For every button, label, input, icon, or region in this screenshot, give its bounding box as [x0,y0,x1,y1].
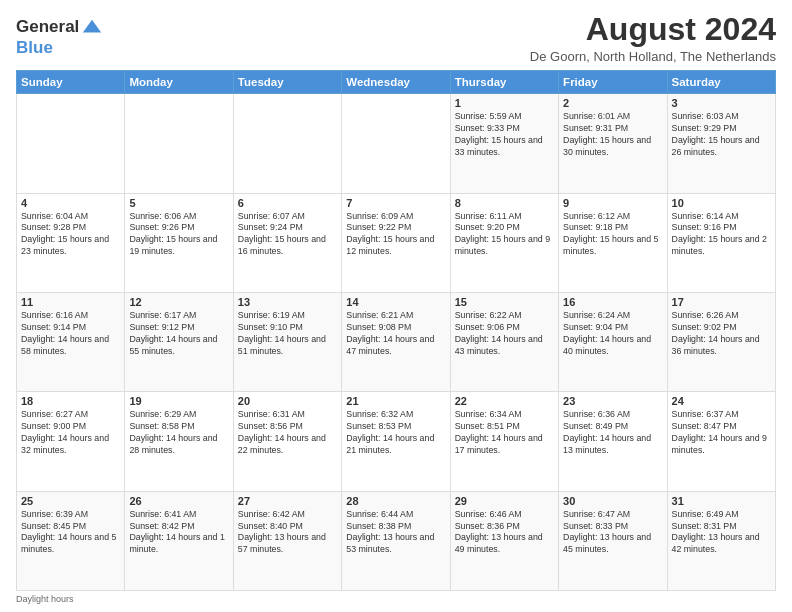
logo-general-text: General [16,17,79,37]
day-info: Sunrise: 6:24 AM Sunset: 9:04 PM Dayligh… [563,310,662,358]
col-sunday: Sunday [17,71,125,94]
footer-note-text: Daylight hours [16,594,74,604]
logo-icon [81,16,103,38]
title-block: August 2024 De Goorn, North Holland, The… [530,12,776,64]
day-info: Sunrise: 6:14 AM Sunset: 9:16 PM Dayligh… [672,211,771,259]
calendar-week-row: 11Sunrise: 6:16 AM Sunset: 9:14 PM Dayli… [17,292,776,391]
day-info: Sunrise: 6:41 AM Sunset: 8:42 PM Dayligh… [129,509,228,557]
calendar-table: Sunday Monday Tuesday Wednesday Thursday… [16,70,776,591]
table-row: 12Sunrise: 6:17 AM Sunset: 9:12 PM Dayli… [125,292,233,391]
footer-note: Daylight hours [16,594,776,604]
table-row: 23Sunrise: 6:36 AM Sunset: 8:49 PM Dayli… [559,392,667,491]
day-info: Sunrise: 6:03 AM Sunset: 9:29 PM Dayligh… [672,111,771,159]
day-number: 25 [21,495,120,507]
day-number: 15 [455,296,554,308]
day-info: Sunrise: 6:16 AM Sunset: 9:14 PM Dayligh… [21,310,120,358]
day-info: Sunrise: 6:42 AM Sunset: 8:40 PM Dayligh… [238,509,337,557]
logo-blue-text: Blue [16,38,53,57]
day-info: Sunrise: 6:31 AM Sunset: 8:56 PM Dayligh… [238,409,337,457]
day-number: 16 [563,296,662,308]
day-info: Sunrise: 6:32 AM Sunset: 8:53 PM Dayligh… [346,409,445,457]
calendar-week-row: 1Sunrise: 5:59 AM Sunset: 9:33 PM Daylig… [17,94,776,193]
day-info: Sunrise: 6:44 AM Sunset: 8:38 PM Dayligh… [346,509,445,557]
day-number: 14 [346,296,445,308]
day-number: 23 [563,395,662,407]
table-row [125,94,233,193]
table-row [17,94,125,193]
table-row: 1Sunrise: 5:59 AM Sunset: 9:33 PM Daylig… [450,94,558,193]
table-row [342,94,450,193]
col-monday: Monday [125,71,233,94]
table-row: 10Sunrise: 6:14 AM Sunset: 9:16 PM Dayli… [667,193,775,292]
day-info: Sunrise: 6:09 AM Sunset: 9:22 PM Dayligh… [346,211,445,259]
day-info: Sunrise: 6:39 AM Sunset: 8:45 PM Dayligh… [21,509,120,557]
col-thursday: Thursday [450,71,558,94]
day-info: Sunrise: 6:01 AM Sunset: 9:31 PM Dayligh… [563,111,662,159]
day-info: Sunrise: 6:19 AM Sunset: 9:10 PM Dayligh… [238,310,337,358]
table-row [233,94,341,193]
table-row: 16Sunrise: 6:24 AM Sunset: 9:04 PM Dayli… [559,292,667,391]
table-row: 6Sunrise: 6:07 AM Sunset: 9:24 PM Daylig… [233,193,341,292]
day-info: Sunrise: 6:21 AM Sunset: 9:08 PM Dayligh… [346,310,445,358]
table-row: 8Sunrise: 6:11 AM Sunset: 9:20 PM Daylig… [450,193,558,292]
day-info: Sunrise: 6:47 AM Sunset: 8:33 PM Dayligh… [563,509,662,557]
day-number: 6 [238,197,337,209]
table-row: 18Sunrise: 6:27 AM Sunset: 9:00 PM Dayli… [17,392,125,491]
table-row: 13Sunrise: 6:19 AM Sunset: 9:10 PM Dayli… [233,292,341,391]
day-info: Sunrise: 6:12 AM Sunset: 9:18 PM Dayligh… [563,211,662,259]
calendar-header-row: Sunday Monday Tuesday Wednesday Thursday… [17,71,776,94]
day-number: 17 [672,296,771,308]
day-info: Sunrise: 6:29 AM Sunset: 8:58 PM Dayligh… [129,409,228,457]
table-row: 3Sunrise: 6:03 AM Sunset: 9:29 PM Daylig… [667,94,775,193]
day-info: Sunrise: 6:37 AM Sunset: 8:47 PM Dayligh… [672,409,771,457]
day-info: Sunrise: 6:06 AM Sunset: 9:26 PM Dayligh… [129,211,228,259]
day-number: 2 [563,97,662,109]
svg-marker-0 [83,20,101,33]
table-row: 29Sunrise: 6:46 AM Sunset: 8:36 PM Dayli… [450,491,558,590]
table-row: 24Sunrise: 6:37 AM Sunset: 8:47 PM Dayli… [667,392,775,491]
day-number: 12 [129,296,228,308]
day-number: 18 [21,395,120,407]
day-number: 31 [672,495,771,507]
day-number: 28 [346,495,445,507]
day-info: Sunrise: 6:34 AM Sunset: 8:51 PM Dayligh… [455,409,554,457]
day-number: 24 [672,395,771,407]
table-row: 5Sunrise: 6:06 AM Sunset: 9:26 PM Daylig… [125,193,233,292]
page: General Blue August 2024 De Goorn, North… [0,0,792,612]
day-number: 27 [238,495,337,507]
day-info: Sunrise: 6:27 AM Sunset: 9:00 PM Dayligh… [21,409,120,457]
day-number: 3 [672,97,771,109]
day-info: Sunrise: 6:07 AM Sunset: 9:24 PM Dayligh… [238,211,337,259]
day-number: 5 [129,197,228,209]
day-info: Sunrise: 6:11 AM Sunset: 9:20 PM Dayligh… [455,211,554,259]
day-number: 20 [238,395,337,407]
table-row: 27Sunrise: 6:42 AM Sunset: 8:40 PM Dayli… [233,491,341,590]
day-number: 19 [129,395,228,407]
calendar-week-row: 4Sunrise: 6:04 AM Sunset: 9:28 PM Daylig… [17,193,776,292]
table-row: 20Sunrise: 6:31 AM Sunset: 8:56 PM Dayli… [233,392,341,491]
table-row: 11Sunrise: 6:16 AM Sunset: 9:14 PM Dayli… [17,292,125,391]
month-year: August 2024 [530,12,776,47]
day-number: 11 [21,296,120,308]
table-row: 15Sunrise: 6:22 AM Sunset: 9:06 PM Dayli… [450,292,558,391]
day-number: 1 [455,97,554,109]
day-number: 7 [346,197,445,209]
table-row: 4Sunrise: 6:04 AM Sunset: 9:28 PM Daylig… [17,193,125,292]
day-info: Sunrise: 6:17 AM Sunset: 9:12 PM Dayligh… [129,310,228,358]
day-number: 13 [238,296,337,308]
col-friday: Friday [559,71,667,94]
table-row: 22Sunrise: 6:34 AM Sunset: 8:51 PM Dayli… [450,392,558,491]
table-row: 14Sunrise: 6:21 AM Sunset: 9:08 PM Dayli… [342,292,450,391]
day-info: Sunrise: 6:49 AM Sunset: 8:31 PM Dayligh… [672,509,771,557]
table-row: 9Sunrise: 6:12 AM Sunset: 9:18 PM Daylig… [559,193,667,292]
day-number: 10 [672,197,771,209]
day-info: Sunrise: 6:26 AM Sunset: 9:02 PM Dayligh… [672,310,771,358]
table-row: 30Sunrise: 6:47 AM Sunset: 8:33 PM Dayli… [559,491,667,590]
logo: General Blue [16,16,103,58]
table-row: 19Sunrise: 6:29 AM Sunset: 8:58 PM Dayli… [125,392,233,491]
day-number: 4 [21,197,120,209]
day-number: 26 [129,495,228,507]
col-wednesday: Wednesday [342,71,450,94]
table-row: 2Sunrise: 6:01 AM Sunset: 9:31 PM Daylig… [559,94,667,193]
day-number: 21 [346,395,445,407]
